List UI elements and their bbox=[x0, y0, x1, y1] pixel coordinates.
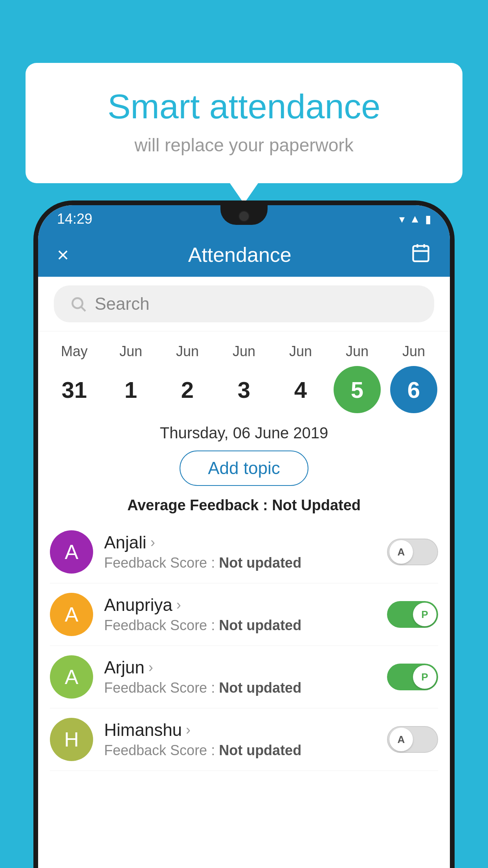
student-info: Anjali ›Feedback Score : Not updated bbox=[104, 533, 376, 571]
cal-month: Jun bbox=[289, 343, 312, 360]
camera bbox=[238, 211, 250, 222]
student-name: Anjali › bbox=[104, 533, 376, 552]
student-name: Himanshu › bbox=[104, 720, 376, 740]
student-name: Arjun › bbox=[104, 658, 376, 677]
cal-month: Jun bbox=[402, 343, 425, 360]
student-avatar: H bbox=[50, 718, 93, 761]
app-header: × Attendance bbox=[38, 233, 450, 277]
cal-month: Jun bbox=[176, 343, 199, 360]
close-button[interactable]: × bbox=[57, 243, 69, 267]
cal-month: Jun bbox=[346, 343, 369, 360]
search-bar[interactable]: Search bbox=[54, 285, 434, 322]
phone-frame: 14:29 ▾ ▲ ▮ × Attendance bbox=[33, 200, 455, 868]
wifi-icon: ▾ bbox=[399, 213, 405, 226]
calendar-row: May31Jun1Jun2Jun3Jun4Jun5Jun6 bbox=[38, 331, 450, 417]
student-info: Arjun ›Feedback Score : Not updated bbox=[104, 658, 376, 696]
bubble-title: Smart attendance bbox=[57, 86, 431, 127]
chevron-right-icon: › bbox=[186, 722, 191, 738]
attendance-toggle[interactable]: P bbox=[387, 601, 438, 628]
cal-date[interactable]: 4 bbox=[277, 366, 324, 413]
cal-date[interactable]: 3 bbox=[220, 366, 268, 413]
chevron-right-icon: › bbox=[176, 597, 181, 613]
attendance-toggle[interactable]: A bbox=[387, 726, 438, 753]
chevron-right-icon: › bbox=[149, 659, 153, 676]
student-score: Feedback Score : Not updated bbox=[104, 680, 376, 696]
student-score: Feedback Score : Not updated bbox=[104, 555, 376, 571]
speech-bubble: Smart attendance will replace your paper… bbox=[26, 63, 462, 183]
svg-rect-0 bbox=[413, 246, 428, 261]
battery-icon: ▮ bbox=[425, 213, 431, 226]
student-info: Anupriya ›Feedback Score : Not updated bbox=[104, 595, 376, 634]
search-container: Search bbox=[38, 277, 450, 331]
status-icons: ▾ ▲ ▮ bbox=[399, 213, 431, 226]
cal-date[interactable]: 6 bbox=[390, 366, 437, 413]
cal-day-4[interactable]: Jun4 bbox=[272, 343, 329, 413]
signal-icon: ▲ bbox=[409, 213, 420, 225]
svg-line-5 bbox=[81, 307, 85, 311]
student-list: AAnjali ›Feedback Score : Not updatedAAA… bbox=[38, 521, 450, 771]
cal-date[interactable]: 1 bbox=[107, 366, 154, 413]
cal-day-3[interactable]: Jun3 bbox=[216, 343, 272, 413]
cal-date[interactable]: 31 bbox=[51, 366, 98, 413]
selected-date-label: Thursday, 06 June 2019 bbox=[38, 417, 450, 446]
cal-day-6[interactable]: Jun6 bbox=[385, 343, 442, 413]
phone-screen: 14:29 ▾ ▲ ▮ × Attendance bbox=[38, 205, 450, 868]
cal-month: Jun bbox=[119, 343, 142, 360]
attendance-toggle[interactable]: A bbox=[387, 539, 438, 565]
cal-month: May bbox=[61, 343, 88, 360]
student-item-3[interactable]: HHimanshu ›Feedback Score : Not updatedA bbox=[50, 708, 438, 771]
search-icon bbox=[70, 295, 87, 313]
student-score: Feedback Score : Not updated bbox=[104, 742, 376, 759]
notch bbox=[220, 205, 268, 225]
student-name: Anupriya › bbox=[104, 595, 376, 615]
cal-day-2[interactable]: Jun2 bbox=[159, 343, 216, 413]
speech-bubble-container: Smart attendance will replace your paper… bbox=[26, 63, 462, 183]
cal-date[interactable]: 5 bbox=[334, 366, 381, 413]
cal-day-0[interactable]: May31 bbox=[46, 343, 103, 413]
student-avatar: A bbox=[50, 655, 93, 699]
attendance-toggle[interactable]: P bbox=[387, 664, 438, 690]
status-time: 14:29 bbox=[57, 211, 92, 227]
student-score: Feedback Score : Not updated bbox=[104, 617, 376, 634]
calendar-icon[interactable] bbox=[411, 243, 431, 267]
search-placeholder: Search bbox=[95, 294, 149, 314]
cal-day-5[interactable]: Jun5 bbox=[329, 343, 385, 413]
student-item-2[interactable]: AArjun ›Feedback Score : Not updatedP bbox=[50, 646, 438, 708]
avg-feedback-label: Average Feedback : bbox=[127, 497, 268, 513]
cal-day-1[interactable]: Jun1 bbox=[103, 343, 159, 413]
student-item-0[interactable]: AAnjali ›Feedback Score : Not updatedA bbox=[50, 521, 438, 583]
student-avatar: A bbox=[50, 530, 93, 574]
svg-point-4 bbox=[72, 298, 83, 308]
page-title: Attendance bbox=[188, 243, 292, 267]
bubble-subtitle: will replace your paperwork bbox=[57, 134, 431, 156]
student-item-1[interactable]: AAnupriya ›Feedback Score : Not updatedP bbox=[50, 583, 438, 646]
student-info: Himanshu ›Feedback Score : Not updated bbox=[104, 720, 376, 759]
chevron-right-icon: › bbox=[150, 534, 155, 551]
status-bar: 14:29 ▾ ▲ ▮ bbox=[38, 205, 450, 233]
cal-month: Jun bbox=[233, 343, 255, 360]
add-topic-button[interactable]: Add topic bbox=[180, 451, 308, 486]
avg-feedback-value: Not Updated bbox=[272, 497, 361, 513]
cal-date[interactable]: 2 bbox=[164, 366, 211, 413]
student-avatar: A bbox=[50, 593, 93, 636]
avg-feedback: Average Feedback : Not Updated bbox=[38, 494, 450, 521]
